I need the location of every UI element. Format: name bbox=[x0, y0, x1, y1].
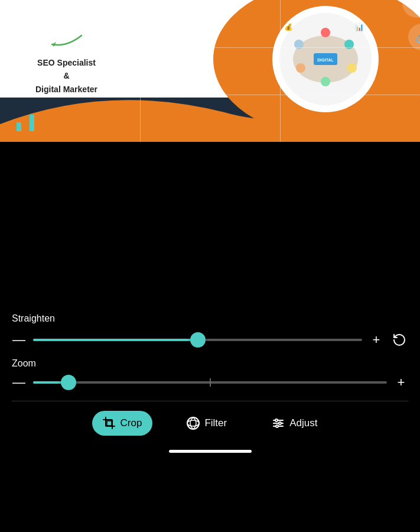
svg-rect-16 bbox=[30, 115, 34, 131]
svg-rect-15 bbox=[23, 118, 28, 131]
svg-rect-13 bbox=[10, 126, 15, 131]
banner-title-line2: & bbox=[63, 71, 69, 80]
svg-rect-17 bbox=[107, 421, 112, 426]
straighten-section: Straighten — + bbox=[12, 313, 408, 349]
straighten-label: Straighten bbox=[12, 313, 408, 324]
crop-button[interactable]: Crop bbox=[92, 411, 153, 436]
straighten-slider[interactable] bbox=[33, 339, 362, 341]
svg-text:📊: 📊 bbox=[355, 22, 364, 31]
svg-point-5 bbox=[321, 77, 330, 86]
filter-label: Filter bbox=[204, 417, 227, 429]
adjust-icon bbox=[272, 417, 285, 430]
banner-title-line3: Digital Marketer bbox=[35, 85, 97, 94]
svg-point-25 bbox=[276, 425, 278, 427]
straighten-reset-button[interactable] bbox=[390, 331, 408, 349]
zoom-section: Zoom — + bbox=[12, 358, 408, 389]
svg-point-4 bbox=[347, 63, 357, 73]
zoom-minus-button[interactable]: — bbox=[12, 376, 26, 389]
svg-point-7 bbox=[294, 40, 304, 49]
zoom-slider[interactable] bbox=[33, 381, 387, 384]
home-indicator-area bbox=[0, 443, 420, 458]
black-middle-area bbox=[0, 142, 420, 313]
banner-title-line1: SEO Specialist bbox=[37, 58, 96, 67]
straighten-plus-button[interactable]: + bbox=[369, 333, 383, 346]
filter-icon bbox=[187, 417, 200, 430]
svg-text:DIGITAL: DIGITAL bbox=[317, 58, 334, 62]
bottom-toolbar: Crop Filter Adjust bbox=[0, 401, 420, 443]
svg-point-18 bbox=[187, 417, 199, 429]
adjust-button[interactable]: Adjust bbox=[261, 411, 328, 436]
crop-icon bbox=[103, 417, 116, 430]
zoom-plus-button[interactable]: + bbox=[394, 376, 408, 389]
controls-area: Straighten — + Zoom — bbox=[0, 313, 420, 401]
home-indicator-bar bbox=[169, 450, 252, 453]
zoom-label: Zoom bbox=[12, 358, 408, 369]
svg-point-3 bbox=[344, 40, 354, 49]
svg-point-2 bbox=[321, 28, 330, 37]
image-preview: DIGITAL 📊 💰 📈 🔗 SEO Specialis bbox=[0, 0, 420, 142]
crop-label: Crop bbox=[121, 417, 142, 429]
svg-point-23 bbox=[275, 419, 278, 421]
svg-text:💰: 💰 bbox=[284, 22, 293, 31]
svg-point-24 bbox=[279, 422, 281, 424]
svg-point-6 bbox=[296, 63, 305, 73]
svg-rect-14 bbox=[17, 122, 21, 131]
adjust-label: Adjust bbox=[289, 417, 317, 429]
filter-button[interactable]: Filter bbox=[176, 411, 237, 436]
svg-point-19 bbox=[187, 420, 199, 426]
straighten-minus-button[interactable]: — bbox=[12, 333, 26, 346]
